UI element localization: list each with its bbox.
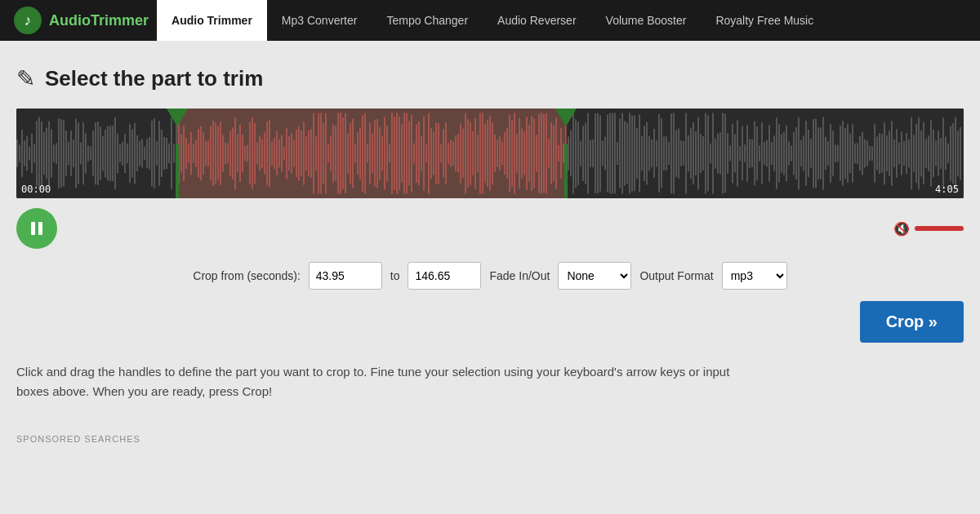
- fade-select[interactable]: NoneFade InFade OutBoth: [558, 262, 631, 290]
- format-label: Output Format: [639, 269, 713, 282]
- crop-to-input[interactable]: [408, 262, 481, 290]
- crop-from-input[interactable]: [309, 262, 382, 290]
- nav-item-volume-booster[interactable]: Volume Booster: [591, 0, 702, 41]
- volume-bar[interactable]: [915, 226, 964, 231]
- waveform-container[interactable]: 00:00 4:05: [16, 109, 964, 198]
- main-content: ✎ Select the part to trim 00:00 4:05 🔇 C…: [0, 41, 980, 460]
- time-start: 00:00: [21, 184, 51, 195]
- pause-icon: [28, 219, 46, 237]
- crop-btn-row: Crop »: [16, 301, 964, 343]
- nav-item-mp3-converter[interactable]: Mp3 Converter: [267, 0, 372, 41]
- nav-item-royalty-free-music[interactable]: Royalty Free Music: [701, 0, 828, 41]
- hint-text: Click and drag the handles to define the…: [16, 362, 751, 401]
- page-title: Select the part to trim: [45, 66, 263, 91]
- controls-row: 🔇: [16, 208, 964, 249]
- logo[interactable]: ♪ AudioTrimmer: [13, 6, 149, 35]
- fade-label: Fade In/Out: [489, 269, 550, 282]
- svg-rect-2: [31, 222, 35, 235]
- format-select[interactable]: mp3wavoggm4a: [722, 262, 787, 290]
- nav-item-audio-reverser[interactable]: Audio Reverser: [483, 0, 591, 41]
- logo-icon: ♪: [13, 6, 42, 35]
- crop-from-label: Crop from (seconds):: [193, 269, 300, 282]
- time-end: 4:05: [935, 184, 959, 195]
- volume-row: 🔇: [893, 221, 964, 237]
- logo-text: AudioTrimmer: [49, 12, 149, 29]
- right-handle[interactable]: [555, 109, 577, 126]
- play-pause-button[interactable]: [16, 208, 57, 249]
- title-row: ✎ Select the part to trim: [16, 65, 964, 92]
- crop-params: Crop from (seconds): to Fade In/Out None…: [16, 262, 964, 290]
- nav-item-audio-trimmer[interactable]: Audio Trimmer: [157, 0, 267, 41]
- crop-to-label: to: [390, 269, 400, 282]
- sponsored-label: Sponsored Searches: [16, 434, 964, 444]
- svg-rect-3: [38, 222, 42, 235]
- navbar: ♪ AudioTrimmer Audio TrimmerMp3 Converte…: [0, 0, 980, 41]
- svg-text:♪: ♪: [24, 12, 32, 29]
- left-handle[interactable]: [167, 109, 188, 126]
- nav-item-tempo-changer[interactable]: Tempo Changer: [372, 0, 483, 41]
- crop-button[interactable]: Crop »: [860, 301, 964, 343]
- edit-icon: ✎: [16, 65, 35, 92]
- waveform-canvas: [16, 109, 964, 198]
- nav-items: Audio TrimmerMp3 ConverterTempo ChangerA…: [157, 0, 828, 41]
- volume-icon: 🔇: [893, 221, 910, 237]
